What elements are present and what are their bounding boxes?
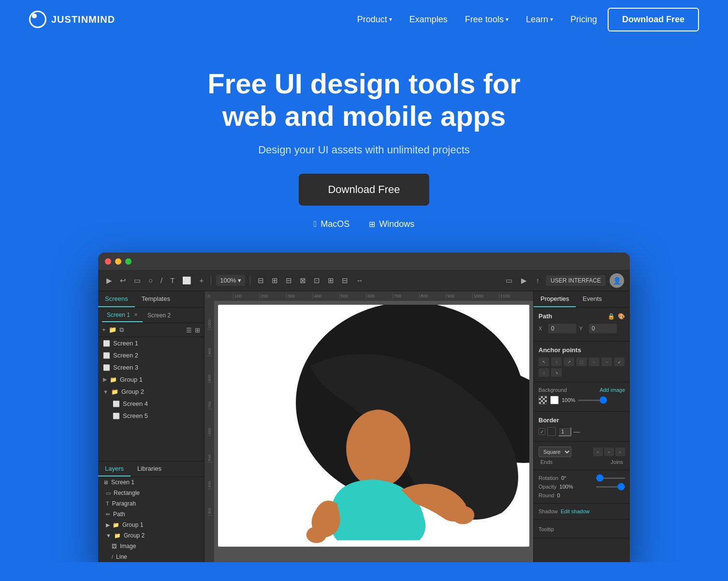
tab-properties[interactable]: Properties	[534, 291, 576, 307]
play-icon[interactable]: ▶	[519, 274, 529, 287]
window-close-button[interactable]	[105, 258, 111, 265]
align-tool-2[interactable]: ⊞	[269, 274, 280, 287]
select-tool[interactable]: ▶	[104, 274, 115, 287]
device-icon[interactable]: ▭	[503, 274, 515, 287]
group-item-1[interactable]: ▶ 📁 Group 1	[98, 373, 204, 386]
rect-tool[interactable]: ▭	[131, 274, 143, 287]
logo[interactable]: JUSTINMIND	[29, 11, 115, 28]
white-swatch[interactable]	[550, 396, 559, 404]
x-input[interactable]	[548, 324, 576, 333]
logo-icon	[29, 11, 46, 28]
align-tool-8[interactable]: ↔	[353, 274, 365, 286]
color-icon[interactable]: 🎨	[618, 313, 625, 320]
anchor-btn-8[interactable]: ↓	[539, 368, 549, 377]
tab-screens[interactable]: Screens	[98, 291, 135, 307]
layer-group-1[interactable]: ▶ 📁 Group 1	[98, 520, 204, 530]
tool-2[interactable]: ↩	[117, 274, 129, 287]
canvas-content[interactable]	[218, 305, 529, 547]
opacity-slider[interactable]	[578, 400, 607, 401]
screen-item-1[interactable]: ⬜ Screen 1	[98, 337, 204, 349]
align-tool-4[interactable]: ⊠	[297, 274, 308, 287]
add-screen-icon[interactable]: +	[102, 326, 106, 334]
layer-group-2[interactable]: ▼ 📁 Group 2	[98, 530, 204, 541]
shape-select[interactable]: Square	[539, 447, 571, 457]
nav-link-pricing[interactable]: Pricing	[564, 11, 604, 29]
rotation-label: Rotation	[539, 475, 558, 481]
screen-item-3[interactable]: ⬜ Screen 3	[98, 361, 204, 373]
layer-rectangle[interactable]: ▭ Rectangle	[98, 488, 204, 498]
nav-link-learn[interactable]: Learn ▾	[519, 11, 560, 29]
screen-icon: ⬜	[103, 340, 110, 347]
layer-image[interactable]: 🖼 Image	[98, 541, 204, 551]
align-tool-3[interactable]: ⊟	[283, 274, 294, 287]
corner-btn-3[interactable]: ⌐	[615, 447, 625, 456]
align-tool-7[interactable]: ⊟	[339, 274, 350, 287]
align-tool-1[interactable]: ⊟	[255, 274, 266, 287]
rotation-slider[interactable]	[596, 477, 625, 479]
list-view-icon[interactable]: ☰	[186, 327, 192, 334]
tab-libraries[interactable]: Libraries	[131, 462, 168, 477]
tab-layers[interactable]: Layers	[98, 462, 131, 477]
ruler-mark-600: 600	[366, 294, 393, 298]
border-color-swatch[interactable]	[547, 427, 556, 436]
align-tool-6[interactable]: ⊞	[325, 274, 336, 287]
folder-icon[interactable]: 📁	[109, 326, 116, 334]
group-item-2[interactable]: ▼ 📁 Group 2	[98, 386, 204, 398]
macos-link[interactable]:  MacOS	[314, 219, 350, 229]
border-style-control[interactable]: —	[573, 428, 580, 435]
layer-line[interactable]: / Line	[98, 551, 204, 562]
anchor-btn-7[interactable]: ↙	[614, 358, 625, 366]
window-minimize-button[interactable]	[115, 258, 121, 265]
screen-tab-1[interactable]: Screen 1 ✕	[102, 309, 143, 322]
border-width-input[interactable]	[558, 427, 571, 436]
nav-link-examples[interactable]: Examples	[403, 11, 454, 29]
tab-events[interactable]: Events	[576, 291, 609, 307]
corner-btn-1[interactable]: ⌐	[593, 447, 603, 456]
close-icon[interactable]: ✕	[134, 312, 138, 317]
screen-item-5[interactable]: ⬜ Screen 5	[108, 410, 204, 422]
anchor-btn-3[interactable]: ↗	[564, 358, 574, 366]
screen-item-4[interactable]: ⬜ Screen 4	[108, 398, 204, 410]
anchor-btn-2[interactable]: ↑	[551, 358, 562, 366]
anchor-btn-1[interactable]: ↖	[539, 358, 549, 366]
anchor-btn-6[interactable]: →	[601, 358, 612, 366]
screen-icon: ⬜	[103, 364, 110, 371]
screen-tab-2[interactable]: Screen 2	[143, 309, 175, 322]
add-tool[interactable]: +	[197, 274, 206, 286]
hero-download-button[interactable]: Download Free	[299, 174, 429, 206]
anchor-btn-5[interactable]: ←	[589, 358, 599, 366]
corner-btn-2[interactable]: ⌐	[604, 447, 614, 456]
transparent-swatch[interactable]	[539, 396, 547, 404]
border-checkbox[interactable]: ✓	[539, 428, 545, 435]
anchor-btn-4[interactable]: ⬚	[576, 358, 587, 366]
edit-shadow-link[interactable]: Edit shadow	[561, 508, 590, 514]
screen-item-2[interactable]: ⬜ Screen 2	[98, 349, 204, 361]
y-input[interactable]	[589, 324, 617, 333]
nav-download-button[interactable]: Download Free	[608, 8, 699, 31]
text-tool[interactable]: T	[168, 274, 177, 286]
align-tool-5[interactable]: ⊡	[311, 274, 322, 287]
nav-link-free-tools[interactable]: Free tools ▾	[458, 11, 515, 29]
layer-path[interactable]: ✏ Path	[98, 509, 204, 520]
tab-templates[interactable]: Templates	[135, 291, 177, 307]
layer-screen-1[interactable]: 🖥 Screen 1	[98, 477, 204, 488]
group-label: Group 1	[120, 376, 143, 383]
grid-view-icon[interactable]: ⊞	[195, 327, 200, 334]
layer-paragraph[interactable]: T Paragrah	[98, 498, 204, 509]
add-image-link[interactable]: Add image	[599, 387, 625, 393]
zoom-control[interactable]: 100% ▾	[216, 275, 245, 286]
window-maximize-button[interactable]	[125, 258, 131, 265]
rect-icon: ▭	[106, 490, 111, 496]
duplicate-icon[interactable]: ⧉	[119, 326, 124, 334]
ruler-mark-500: 500	[339, 294, 366, 298]
nav-link-product[interactable]: Product ▾	[350, 11, 399, 29]
image-tool[interactable]: ⬜	[180, 274, 194, 287]
user-avatar[interactable]: 👤	[610, 273, 624, 288]
circle-tool[interactable]: ○	[146, 274, 155, 286]
line-tool[interactable]: /	[158, 274, 165, 286]
lock-icon[interactable]: 🔒	[608, 313, 615, 320]
anchor-btn-9[interactable]: ↘	[551, 368, 562, 377]
windows-link[interactable]: ⊞ Windows	[369, 219, 414, 229]
opacity-slider-2[interactable]	[596, 486, 625, 488]
share-icon[interactable]: ↑	[533, 274, 542, 286]
